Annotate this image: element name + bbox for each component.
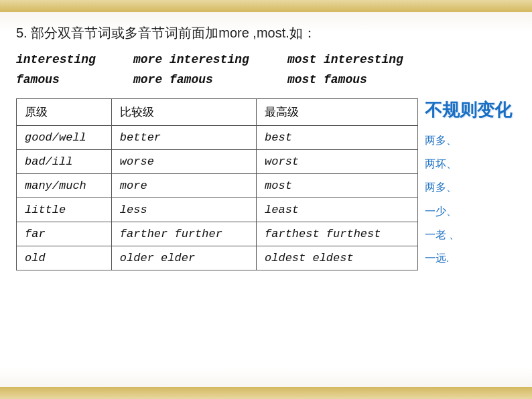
top-bar xyxy=(0,0,532,12)
rule-title: 5. 部分双音节词或多音节词前面加more ,most.如： xyxy=(16,24,516,42)
table-row: oldolder elderoldest eldest xyxy=(17,246,418,270)
example-base-1: interesting xyxy=(16,53,133,66)
cell-comparative-3: less xyxy=(111,198,256,222)
comparison-table: 原级 比较级 最高级 good/wellbetterbestbad/illwor… xyxy=(16,98,418,270)
cell-base-5: old xyxy=(17,246,112,270)
table-row: good/wellbetterbest xyxy=(17,126,418,150)
table-row: farfarther furtherfarthest furthest xyxy=(17,222,418,246)
sidebar-note-4: 一老 、 xyxy=(425,223,460,246)
cell-superlative-3: least xyxy=(257,198,418,222)
irregular-title: 不规则变化 xyxy=(425,98,512,122)
cell-base-1: bad/ill xyxy=(17,150,112,174)
example-row-1: interesting more interesting most intere… xyxy=(16,53,516,66)
cell-superlative-4: farthest furthest xyxy=(257,222,418,246)
main-area: 原级 比较级 最高级 good/wellbetterbestbad/illwor… xyxy=(16,98,516,270)
header-superlative: 最高级 xyxy=(257,99,418,126)
sidebar-note-1: 两坏、 xyxy=(425,152,460,175)
example-comparative-2: more famous xyxy=(133,73,287,86)
table-row: many/muchmoremost xyxy=(17,174,418,198)
cell-comparative-5: older elder xyxy=(111,246,256,270)
sidebar: 不规则变化 两多、两坏、两多、一少、一老 、一远. xyxy=(425,98,512,270)
main-content: 5. 部分双音节词或多音节词前面加more ,most.如： interesti… xyxy=(0,12,532,277)
cell-superlative-0: best xyxy=(257,126,418,150)
cell-superlative-1: worst xyxy=(257,150,418,174)
table-header-row: 原级 比较级 最高级 xyxy=(17,99,418,126)
cell-comparative-0: better xyxy=(111,126,256,150)
header-comparative: 比较级 xyxy=(111,99,256,126)
sidebar-note-5: 一远. xyxy=(425,246,460,270)
cell-base-0: good/well xyxy=(17,126,112,150)
cell-comparative-2: more xyxy=(111,174,256,198)
cell-superlative-5: oldest eldest xyxy=(257,246,418,270)
example-superlative-1: most interesting xyxy=(287,53,403,66)
cell-comparative-4: farther further xyxy=(111,222,256,246)
example-comparative-1: more interesting xyxy=(133,53,287,66)
cell-base-4: far xyxy=(17,222,112,246)
cell-base-2: many/much xyxy=(17,174,112,198)
sidebar-note-0: 两多、 xyxy=(425,129,460,152)
sidebar-note-2: 两多、 xyxy=(425,175,460,199)
rule-text: 部分双音节词或多音节词前面加more ,most.如： xyxy=(31,25,316,40)
comparison-table-wrapper: 原级 比较级 最高级 good/wellbetterbestbad/illwor… xyxy=(16,98,418,270)
cell-comparative-1: worse xyxy=(111,150,256,174)
table-row: bad/illworseworst xyxy=(17,150,418,174)
cell-base-3: little xyxy=(17,198,112,222)
sidebar-note-3: 一少、 xyxy=(425,200,460,223)
examples-section: interesting more interesting most intere… xyxy=(16,53,516,86)
sidebar-notes: 两多、两坏、两多、一少、一老 、一远. xyxy=(425,129,460,270)
example-row-2: famous more famous most famous xyxy=(16,73,516,86)
cell-superlative-2: most xyxy=(257,174,418,198)
example-base-2: famous xyxy=(16,73,133,86)
rule-number: 5. xyxy=(16,25,27,40)
example-superlative-2: most famous xyxy=(287,73,367,86)
table-row: littlelessleast xyxy=(17,198,418,222)
bottom-bar xyxy=(0,387,532,399)
header-base: 原级 xyxy=(17,99,112,126)
